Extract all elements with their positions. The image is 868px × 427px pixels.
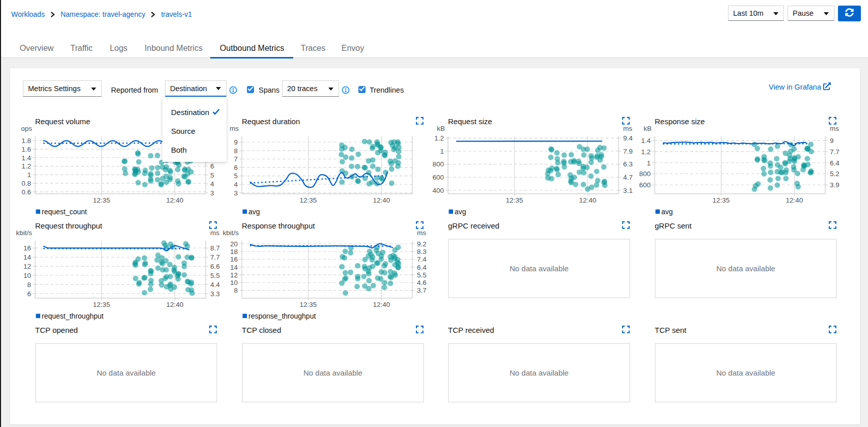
svg-text:600: 600 [433,174,444,181]
svg-text:1: 1 [647,159,651,167]
svg-text:12:40: 12:40 [786,196,803,204]
svg-text:Response size: Response size [655,117,705,126]
svg-text:5: 5 [234,172,238,180]
svg-text:7: 7 [234,155,238,163]
svg-text:ms: ms [230,125,239,132]
svg-text:avg: avg [248,208,260,216]
svg-text:gRPC sent: gRPC sent [655,221,692,230]
svg-text:12: 12 [230,271,238,279]
svg-text:12:35: 12:35 [506,196,523,204]
svg-text:16: 16 [230,255,238,263]
svg-text:No data available: No data available [510,368,569,377]
svg-text:kbit/s: kbit/s [222,229,239,237]
svg-text:12:40: 12:40 [579,196,597,204]
svg-text:gRPC received: gRPC received [448,221,499,230]
svg-text:12:35: 12:35 [93,301,110,308]
svg-text:12:40: 12:40 [166,301,184,308]
svg-text:8: 8 [234,287,238,294]
svg-text:1.6: 1.6 [21,146,31,153]
svg-text:1.2: 1.2 [435,134,444,142]
svg-text:Request volume: Request volume [35,117,90,126]
svg-text:18: 18 [230,248,238,255]
svg-text:7.7: 7.7 [830,148,839,156]
svg-text:No data available: No data available [716,264,775,273]
svg-text:12:40: 12:40 [373,301,390,308]
svg-text:ms: ms [830,125,839,132]
svg-text:12:35: 12:35 [93,196,110,204]
svg-text:kB: kB [643,125,652,132]
svg-text:1: 1 [27,171,31,179]
svg-text:14: 14 [230,264,238,271]
svg-text:1.8: 1.8 [21,137,31,145]
svg-text:14: 14 [23,253,32,261]
svg-text:TCP sent: TCP sent [655,326,687,334]
svg-text:Request duration: Request duration [242,117,300,126]
svg-text:6: 6 [234,164,238,172]
svg-text:TCP closed: TCP closed [242,326,281,334]
svg-text:16: 16 [23,244,31,252]
svg-text:0.8: 0.8 [21,180,31,187]
svg-text:12:35: 12:35 [299,301,317,308]
svg-text:TCP opened: TCP opened [35,326,78,334]
svg-text:3.9: 3.9 [830,181,839,189]
svg-text:Request throughput: Request throughput [35,221,103,230]
svg-text:6.4: 6.4 [830,159,839,167]
svg-text:9: 9 [234,138,238,146]
svg-text:1.2: 1.2 [641,148,651,156]
svg-text:4: 4 [234,181,238,188]
svg-text:9: 9 [830,137,834,145]
svg-text:request_throughput: request_throughput [42,312,104,320]
svg-text:10: 10 [23,272,31,279]
svg-text:request_count: request_count [42,208,87,216]
svg-text:No data available: No data available [97,368,156,377]
svg-text:No data available: No data available [716,368,775,377]
svg-text:800: 800 [433,160,444,168]
svg-text:Response throughput: Response throughput [242,221,315,230]
svg-text:ops: ops [21,125,32,132]
svg-text:12:40: 12:40 [373,196,390,204]
svg-text:400: 400 [433,187,444,194]
svg-text:3: 3 [234,189,238,197]
svg-text:8: 8 [27,281,31,289]
svg-text:1.4: 1.4 [21,154,31,162]
svg-text:6: 6 [27,290,31,298]
svg-text:response_throughput: response_throughput [248,312,316,320]
svg-text:12: 12 [23,263,31,270]
svg-text:No data available: No data available [510,264,569,273]
svg-text:1.2: 1.2 [21,162,31,170]
svg-text:8: 8 [234,147,238,155]
svg-text:12:40: 12:40 [166,196,184,204]
svg-text:avg: avg [661,208,673,216]
svg-text:12:35: 12:35 [713,196,730,204]
svg-text:kB: kB [437,125,445,132]
svg-text:20: 20 [230,240,238,248]
svg-text:kbit/s: kbit/s [16,229,32,237]
svg-text:800: 800 [639,170,651,178]
svg-text:TCP received: TCP received [448,326,494,334]
svg-text:10: 10 [230,279,238,287]
svg-text:No data available: No data available [303,368,362,377]
svg-text:12:35: 12:35 [299,196,317,204]
svg-text:Request size: Request size [448,117,492,126]
svg-text:1.4: 1.4 [641,137,651,145]
svg-text:0.6: 0.6 [21,188,31,196]
svg-text:1: 1 [440,148,444,155]
svg-text:5.2: 5.2 [830,170,839,178]
svg-text:600: 600 [639,181,651,189]
svg-text:avg: avg [455,208,466,216]
